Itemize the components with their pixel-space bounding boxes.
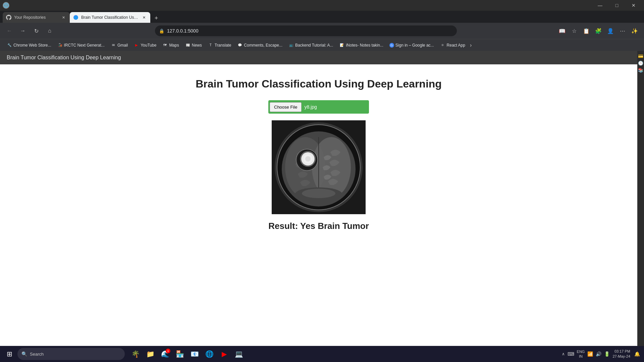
bookmarks-more-button[interactable]: ›: [470, 42, 472, 48]
taskbar-palm-icon: 🌴: [131, 350, 140, 358]
bookmark-signin[interactable]: G Sign in – Google ac...: [387, 41, 437, 50]
taskbar-app-palm[interactable]: 🌴: [129, 347, 142, 361]
tab-brain-tumor[interactable]: 🌐 Brain Tumor Classification Using ✕: [70, 12, 150, 23]
bookmark-inotes[interactable]: 📝 iNotes- Notes takin...: [336, 41, 386, 50]
flask-header-title: Brain Tumor Classification Using Deep Le…: [7, 55, 121, 61]
extensions-button[interactable]: 🧩: [593, 25, 604, 36]
forward-button[interactable]: →: [17, 25, 28, 36]
news-favicon: 📰: [185, 43, 191, 48]
url-text: 127.0.0.1:5000: [167, 28, 198, 34]
taskbar-volume-icon[interactable]: 🔊: [596, 351, 601, 357]
close-button[interactable]: ✕: [626, 0, 641, 11]
irctc-favicon: 🚂: [57, 43, 63, 48]
favorites-button[interactable]: ☆: [569, 25, 580, 36]
edge-sidebar-collections-icon[interactable]: 📚: [638, 68, 643, 73]
maps-favicon: 🗺: [162, 43, 168, 48]
taskbar-app-youtube[interactable]: ▶: [217, 347, 231, 361]
tab-bar: Your Repositories ✕ 🌐 Brain Tumor Classi…: [0, 11, 644, 23]
taskbar-app-edge[interactable]: 🌊 1: [158, 347, 172, 361]
taskbar-notification-button[interactable]: 🔔: [633, 350, 641, 358]
bookmark-backend[interactable]: 📺 Backend Tutorial: A...: [286, 41, 336, 50]
title-bar: — □ ✕: [0, 0, 644, 11]
bookmark-irctc[interactable]: 🚂 IRCTC Next Generat...: [55, 41, 107, 50]
start-button[interactable]: ⊞: [3, 347, 16, 361]
signin-favicon: G: [389, 43, 394, 48]
taskbar-search-text: Search: [30, 352, 44, 357]
page-main-title: Brain Tumor Classification Using Deep Le…: [196, 78, 442, 90]
edge-badge: 1: [166, 349, 170, 353]
backend-favicon: 📺: [288, 43, 294, 48]
taskbar-vscode-icon: 💻: [235, 350, 243, 358]
react-favicon: ⚛: [440, 43, 445, 48]
bookmark-youtube[interactable]: ▶ YouTube: [131, 41, 159, 50]
page-content: Brain Tumor Classification Using Deep Le…: [0, 64, 637, 362]
inotes-favicon: 📝: [339, 43, 344, 48]
taskbar-youtube-icon: ▶: [222, 350, 227, 358]
bookmark-label-irctc: IRCTC Next Generat...: [64, 43, 105, 48]
bookmark-label-translate: Translate: [215, 43, 231, 48]
new-tab-button[interactable]: +: [152, 13, 161, 23]
edge-sidebar-wallet-icon[interactable]: 💳: [638, 54, 643, 59]
taskbar-date: 27-May-24: [612, 354, 630, 359]
brain-mri-svg: [272, 120, 366, 214]
taskbar-time: 03:17 PM 27-May-24: [612, 349, 630, 359]
youtube-favicon: ▶: [134, 43, 139, 48]
taskbar-app-file-explorer[interactable]: 📁: [144, 347, 157, 361]
url-bar[interactable]: 🔒 127.0.0.1:5000: [155, 25, 457, 36]
bookmark-maps[interactable]: 🗺 Maps: [160, 41, 181, 50]
bookmark-gmail[interactable]: ✉ Gmail: [108, 41, 130, 50]
taskbar-clock: 03:17 PM: [612, 349, 630, 354]
bookmark-chrome-store[interactable]: 🔧 Chrome Web Store...: [4, 41, 54, 50]
bookmark-label-comments: Comments, Escape...: [244, 43, 282, 48]
tab-favicon-github: [6, 15, 11, 20]
profile-button[interactable]: 👤: [605, 25, 616, 36]
taskbar-battery-icon[interactable]: 🔋: [604, 351, 610, 357]
bookmark-label-inotes: iNotes- Notes takin...: [346, 43, 383, 48]
home-button[interactable]: ⌂: [44, 25, 55, 36]
taskbar-app-store[interactable]: 🏪: [173, 347, 186, 361]
copilot-button[interactable]: ✨: [629, 25, 640, 36]
main-page: Brain Tumor Classification Using Deep Le…: [0, 51, 637, 362]
taskbar-keyboard-icon[interactable]: ⌨: [568, 351, 574, 357]
tab-your-repositories[interactable]: Your Repositories ✕: [3, 12, 70, 23]
bookmark-comments[interactable]: 💬 Comments, Escape...: [234, 41, 285, 50]
file-input-wrapper: Choose File y8.jpg: [268, 100, 369, 114]
tab-close-brain[interactable]: ✕: [141, 14, 147, 20]
tab-close-repositories[interactable]: ✕: [60, 14, 66, 20]
more-button[interactable]: ⋯: [617, 25, 628, 36]
taskbar-file-explorer-icon: 📁: [146, 350, 155, 358]
bookmark-label-maps: Maps: [169, 43, 179, 48]
bookmark-label-signin: Sign in – Google ac...: [395, 43, 434, 48]
svg-point-17: [302, 189, 335, 198]
svg-point-14: [305, 156, 311, 162]
bookmark-react[interactable]: ⚛ React App: [437, 41, 468, 50]
bookmark-news[interactable]: 📰 News: [182, 41, 205, 50]
collections-button[interactable]: 📋: [581, 25, 592, 36]
edge-sidebar: 💳 🕒 📚 +: [637, 51, 644, 362]
maximize-button[interactable]: □: [609, 0, 625, 11]
taskbar-search-bar[interactable]: 🔍 Search: [17, 348, 125, 360]
content-area: Brain Tumor Classification Using Deep Le…: [0, 51, 644, 362]
taskbar-mail-icon: 📧: [191, 350, 199, 358]
browser-window: — □ ✕ Your Repositories ✕ 🌐 Brain Tumor …: [0, 0, 644, 362]
windows-logo: ⊞: [7, 350, 12, 358]
tab-favicon-brain: 🌐: [73, 15, 78, 20]
result-display: Result: Yes Brain Tumor: [268, 221, 369, 231]
taskbar-app-mail[interactable]: 📧: [188, 347, 201, 361]
taskbar-wifi-icon[interactable]: 📶: [587, 351, 593, 357]
taskbar-app-vscode[interactable]: 💻: [232, 347, 246, 361]
minimize-button[interactable]: —: [592, 0, 608, 11]
refresh-button[interactable]: ↻: [31, 25, 42, 36]
bookmark-label-backend: Backend Tutorial: A...: [295, 43, 333, 48]
back-button[interactable]: ←: [4, 25, 15, 36]
taskbar-lang: ENGIN: [577, 349, 585, 359]
edge-sidebar-history-icon[interactable]: 🕒: [638, 61, 643, 66]
reading-view-button[interactable]: 📖: [557, 25, 568, 36]
choose-file-button[interactable]: Choose File: [270, 102, 302, 112]
svg-text:🌐: 🌐: [74, 15, 78, 20]
taskbar-expand-icon[interactable]: ∧: [562, 352, 565, 356]
bookmark-translate[interactable]: T Translate: [205, 41, 234, 50]
browser-logo: [3, 2, 9, 9]
taskbar-app-chrome[interactable]: 🌐: [203, 347, 216, 361]
taskbar-search-icon: 🔍: [21, 351, 27, 357]
